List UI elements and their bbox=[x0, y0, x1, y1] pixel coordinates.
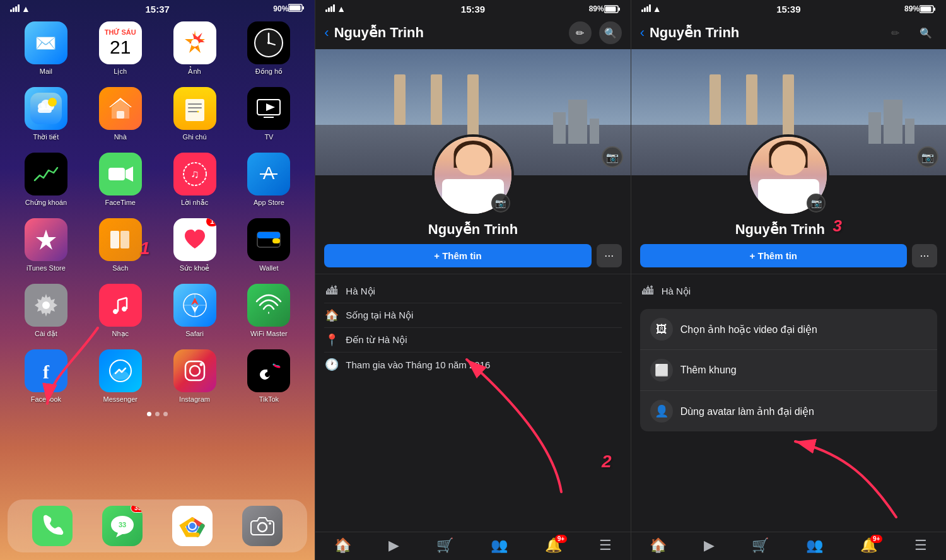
fb-tab-friends-2[interactable]: 👥 bbox=[491, 537, 508, 554]
svg-rect-37 bbox=[110, 231, 119, 248]
fb-tab-bell-2[interactable]: 🔔 9+ bbox=[545, 537, 562, 554]
svg-rect-3 bbox=[18, 4, 20, 12]
dock: 33 33 bbox=[8, 499, 307, 552]
dock-messages[interactable]: 33 33 bbox=[102, 506, 143, 546]
status-time: 15:37 bbox=[145, 4, 169, 15]
dock-chrome[interactable] bbox=[172, 506, 213, 546]
fb-profile-title-3: Nguyễn Trinh bbox=[650, 25, 879, 41]
svg-point-61 bbox=[189, 523, 196, 529]
app-mail[interactable]: ✉️ Mail bbox=[13, 21, 79, 76]
svg-rect-64 bbox=[325, 9, 327, 12]
svg-rect-74 bbox=[646, 6, 648, 12]
app-home[interactable]: Nhà bbox=[87, 87, 154, 141]
app-wifi[interactable]: WiFi Master bbox=[235, 284, 302, 338]
dropdown-text-choose-photo: Chọn ảnh hoặc video đại diện bbox=[680, 324, 817, 335]
page-dot-1 bbox=[147, 412, 151, 416]
svg-point-62 bbox=[258, 523, 267, 532]
info-row-join-2: 🕐 Tham gia vào Tháng 10 năm 2016 bbox=[324, 353, 621, 376]
svg-point-8 bbox=[191, 39, 199, 47]
fb-back-btn-2[interactable]: ‹ bbox=[324, 25, 329, 41]
app-health[interactable]: 1 Sức khoẻ bbox=[161, 218, 228, 272]
info-icon-city-2: 🏙 bbox=[324, 284, 339, 298]
fb-tab-store-2[interactable]: 🛒 bbox=[436, 537, 453, 554]
fb-tab-store-3[interactable]: 🛒 bbox=[752, 537, 769, 554]
fb-tab-menu-3[interactable]: ☰ bbox=[914, 537, 927, 554]
fb-tab-video-3[interactable]: ▶ bbox=[704, 537, 715, 554]
btn-more-2[interactable]: ··· bbox=[597, 244, 622, 267]
app-facetime[interactable]: FaceTime bbox=[87, 153, 154, 207]
fb-back-btn-3[interactable]: ‹ bbox=[640, 25, 645, 41]
fb-tab-home-2[interactable]: 🏠 bbox=[334, 537, 351, 554]
profile-actions-2: + Thêm tin ··· bbox=[315, 240, 630, 274]
fb-profile-title-2: Nguyễn Trinh bbox=[334, 25, 564, 41]
app-tv[interactable]: TV bbox=[235, 87, 302, 141]
app-safari[interactable]: Safari bbox=[161, 284, 228, 338]
fb-tabbar-3: 🏠 ▶ 🛒 👥 🔔 9+ ☰ bbox=[631, 532, 946, 560]
btn-add-info-3[interactable]: + Thêm tin bbox=[640, 244, 907, 267]
svg-rect-23 bbox=[188, 103, 202, 105]
app-appstore[interactable]: A App Store bbox=[235, 153, 302, 207]
fb-tab-home-3[interactable]: 🏠 bbox=[650, 537, 667, 554]
fb-status-signal-2 bbox=[325, 4, 337, 14]
fb-tab-menu-2[interactable]: ☰ bbox=[599, 537, 612, 554]
app-weather[interactable]: Thời tiết bbox=[13, 87, 79, 141]
fb-header-icons-3: ✏ 🔍 bbox=[884, 21, 937, 44]
app-messenger[interactable]: Messenger bbox=[87, 349, 154, 403]
status-battery: 90% bbox=[273, 4, 288, 13]
app-facebook[interactable]: f Facebook bbox=[13, 349, 79, 403]
app-settings[interactable]: Cài đặt bbox=[13, 284, 79, 338]
fb-status-bar-3: ▲ 15:39 89% bbox=[631, 0, 946, 16]
svg-line-45 bbox=[118, 298, 127, 300]
svg-rect-75 bbox=[649, 4, 651, 12]
dock-camera[interactable] bbox=[242, 506, 283, 546]
svg-point-12 bbox=[267, 42, 270, 44]
fb-battery-3: 89% bbox=[904, 4, 920, 13]
fb-tab-bell-3[interactable]: 🔔 9+ bbox=[860, 537, 877, 554]
fb-search-btn-2[interactable]: 🔍 bbox=[599, 21, 622, 44]
info-row-from-2: 📍 Đến từ Hà Nội bbox=[324, 328, 621, 353]
app-ringtones[interactable]: ♫ Lời nhắc bbox=[161, 153, 228, 207]
svg-rect-5 bbox=[303, 6, 305, 9]
dock-phone[interactable] bbox=[32, 506, 73, 546]
app-wallet[interactable]: Wallet bbox=[235, 218, 302, 272]
profile-actions-3: + Thêm tin ··· bbox=[631, 240, 946, 274]
svg-rect-70 bbox=[605, 6, 616, 11]
app-stocks[interactable]: Chứng khoán bbox=[13, 153, 79, 207]
battery-icon bbox=[288, 4, 305, 14]
fb-edit-btn-2[interactable]: ✏ bbox=[569, 21, 592, 44]
svg-rect-2 bbox=[15, 6, 17, 12]
app-instagram[interactable]: Instagram bbox=[161, 349, 228, 403]
fb-search-btn-3[interactable]: 🔍 bbox=[914, 21, 937, 44]
dropdown-icon-photo: 🖼 bbox=[650, 318, 673, 341]
fb-header-icons-2: ✏ 🔍 bbox=[569, 21, 622, 44]
fb-status-wifi-3: ▲ bbox=[653, 4, 662, 14]
avatar-camera-btn-2[interactable]: 📷 bbox=[491, 194, 510, 213]
fb-battery-icon-3 bbox=[920, 5, 936, 13]
fb-tab-video-2[interactable]: ▶ bbox=[388, 537, 399, 554]
dropdown-item-choose-photo[interactable]: 🖼 Chọn ảnh hoặc video đại diện bbox=[640, 309, 937, 350]
app-music[interactable]: Nhạc bbox=[87, 284, 154, 338]
app-clock[interactable]: Đồng hồ bbox=[235, 21, 302, 76]
info-row-city-2: 🏙 Hà Nội bbox=[324, 279, 621, 303]
app-itunes[interactable]: iTunes Store bbox=[13, 218, 79, 272]
info-text-from-2: Đến từ Hà Nội bbox=[346, 334, 407, 346]
svg-marker-31 bbox=[126, 166, 133, 182]
app-notes[interactable]: Ghi chú bbox=[161, 87, 228, 141]
step-1-number: 1 bbox=[140, 238, 150, 259]
dropdown-item-add-frame[interactable]: ⬜ Thêm khung bbox=[640, 350, 937, 391]
btn-more-3[interactable]: ··· bbox=[912, 244, 937, 267]
app-calendar[interactable]: THỨ SÁU 21 Lịch bbox=[87, 21, 154, 76]
fb-tab-friends-3[interactable]: 👥 bbox=[806, 537, 823, 554]
app-photos[interactable]: Ảnh bbox=[161, 21, 228, 76]
btn-add-info-2[interactable]: + Thêm tin bbox=[324, 244, 591, 267]
fb-edit-btn-3[interactable]: ✏ bbox=[884, 21, 907, 44]
info-row-live-2: 🏠 Sống tại Hà Nội bbox=[324, 303, 621, 328]
svg-text:♫: ♫ bbox=[190, 168, 199, 180]
fb-bell-badge-2: 9+ bbox=[555, 535, 567, 543]
info-icon-join-2: 🕐 bbox=[324, 358, 339, 371]
page-dots bbox=[0, 408, 315, 420]
dropdown-item-use-avatar[interactable]: 👤 Dùng avatar làm ảnh đại diện bbox=[640, 391, 937, 431]
fb-time-2: 15:39 bbox=[461, 4, 485, 15]
svg-rect-73 bbox=[644, 8, 646, 12]
app-tiktok[interactable]: TikTok bbox=[235, 349, 302, 403]
